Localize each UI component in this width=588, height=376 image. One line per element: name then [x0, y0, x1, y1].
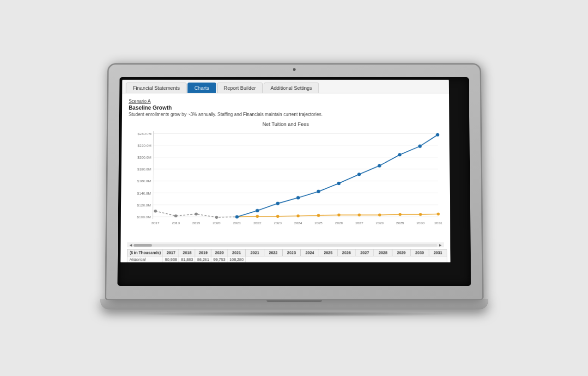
data-table: ($ in Thousands) 2017 2018 2019 2020 202… [127, 249, 447, 262]
col-2023: 2023 [282, 249, 301, 256]
camera-dot [293, 68, 296, 71]
table-row-historical: Historical 90,938 81,883 86,261 99,753 1… [127, 256, 447, 262]
svg-text:2031: 2031 [434, 221, 442, 225]
col-2025: 2025 [319, 249, 337, 256]
cell-hist-2020: 99,753 [211, 256, 227, 262]
row-label-historical: Historical [127, 256, 163, 262]
svg-text:2029: 2029 [396, 221, 404, 225]
scroll-right-arrow[interactable]: ▶ [437, 242, 443, 248]
col-2030: 2030 [410, 249, 429, 256]
tab-charts[interactable]: Charts [187, 82, 216, 92]
scenario-description: Student enrollments grow by ~3% annually… [128, 112, 443, 117]
screen-bezel: Financial Statements Charts Report Build… [117, 77, 471, 286]
app-screen: Financial Statements Charts Report Build… [121, 80, 450, 262]
col-2031: 2031 [429, 249, 447, 256]
chart-svg: $240.0M $220.0M $200.0M $180.0M $160.0M … [127, 129, 443, 229]
svg-text:$120.0M: $120.0M [137, 203, 151, 207]
scrollbar-track[interactable] [133, 244, 437, 247]
svg-text:2030: 2030 [417, 221, 424, 225]
scene: Financial Statements Charts Report Build… [0, 0, 588, 376]
laptop-lid: Financial Statements Charts Report Build… [105, 63, 484, 300]
svg-point-33 [256, 215, 259, 218]
scenario-label: Scenario A [128, 99, 443, 104]
col-2022: 2022 [264, 249, 282, 256]
svg-text:$100.0M: $100.0M [137, 215, 151, 219]
hist-dot-2017 [154, 210, 157, 212]
col-2021a: 2021 [227, 249, 246, 256]
col-2019: 2019 [195, 249, 211, 256]
svg-text:$220.0M: $220.0M [138, 143, 152, 148]
svg-text:$160.0M: $160.0M [137, 179, 151, 183]
col-2027: 2027 [355, 249, 374, 256]
scrollbar[interactable]: ◀ ▶ [127, 242, 443, 247]
svg-text:$240.0M: $240.0M [138, 132, 152, 136]
svg-point-36 [317, 214, 320, 216]
svg-text:2024: 2024 [294, 221, 302, 225]
cell-hist-2017: 90,938 [163, 256, 179, 262]
svg-text:2020: 2020 [212, 221, 220, 225]
svg-point-34 [276, 215, 279, 218]
scenario-a-line [237, 135, 438, 216]
svg-line-8 [153, 131, 154, 219]
svg-text:2019: 2019 [192, 221, 200, 225]
svg-text:2017: 2017 [152, 221, 159, 225]
svg-point-47 [317, 190, 321, 193]
hist-dot-2020 [215, 216, 218, 219]
svg-text:2018: 2018 [172, 221, 180, 225]
chart-container: $240.0M $220.0M $200.0M $180.0M $160.0M … [127, 129, 443, 242]
svg-point-43 [235, 215, 239, 218]
svg-text:$180.0M: $180.0M [137, 167, 151, 172]
table-unit-header: ($ in Thousands) [127, 249, 163, 256]
svg-point-41 [419, 213, 422, 216]
col-2024: 2024 [300, 249, 319, 256]
hist-dot-2019 [194, 212, 198, 215]
scroll-left-arrow[interactable]: ◀ [128, 242, 133, 248]
cell-hist-2018: 81,883 [179, 256, 195, 262]
svg-point-40 [399, 213, 402, 216]
col-2017: 2017 [163, 249, 179, 256]
col-2028: 2028 [374, 249, 392, 256]
chart-title: Net Tuition and Fees [128, 121, 443, 127]
svg-point-35 [297, 214, 300, 217]
svg-text:2025: 2025 [315, 221, 322, 225]
svg-text:$200.0M: $200.0M [137, 155, 151, 160]
svg-text:$140.0M: $140.0M [137, 191, 151, 195]
svg-point-42 [436, 212, 440, 215]
svg-point-38 [358, 213, 361, 216]
laptop-base [100, 299, 488, 309]
svg-text:2021: 2021 [233, 221, 241, 225]
svg-text:2027: 2027 [355, 221, 363, 225]
svg-point-39 [378, 213, 382, 216]
cell-hist-2019: 86,261 [195, 256, 211, 262]
scenario-title: Baseline Growth [128, 105, 443, 111]
col-2020: 2020 [211, 249, 227, 256]
scrollbar-thumb[interactable] [133, 244, 152, 247]
laptop-shadow [133, 311, 456, 317]
hist-dot-2018 [174, 214, 177, 217]
main-content: Scenario A Baseline Growth Student enrol… [121, 93, 450, 262]
col-2026: 2026 [337, 249, 356, 256]
col-2029: 2029 [392, 249, 410, 256]
svg-text:2026: 2026 [335, 221, 343, 225]
svg-point-37 [337, 213, 340, 216]
svg-text:2023: 2023 [274, 221, 282, 225]
tab-financial-statements[interactable]: Financial Statements [126, 82, 186, 92]
svg-point-46 [296, 196, 300, 199]
cell-hist-2021: 108,280 [227, 256, 246, 262]
tab-additional-settings[interactable]: Additional Settings [263, 82, 319, 92]
tab-report-builder[interactable]: Report Builder [217, 82, 262, 92]
col-2021b: 2021 [245, 249, 264, 256]
svg-text:2022: 2022 [253, 221, 261, 225]
col-2018: 2018 [179, 249, 195, 256]
svg-point-44 [255, 209, 259, 212]
tabs-bar: Financial Statements Charts Report Build… [122, 80, 449, 93]
svg-text:2028: 2028 [376, 221, 383, 225]
